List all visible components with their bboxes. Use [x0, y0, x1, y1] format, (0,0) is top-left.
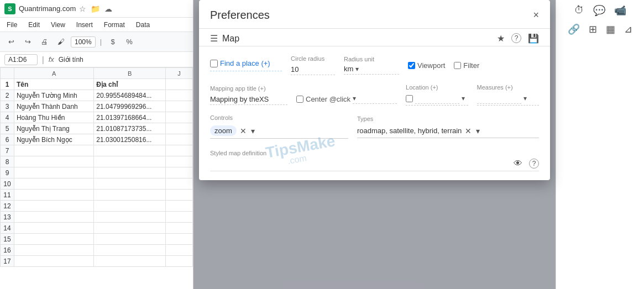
cell-j17[interactable]: [165, 256, 192, 267]
cell-j3[interactable]: [165, 101, 192, 112]
cell-b12[interactable]: [94, 201, 166, 212]
location-input[interactable]: [415, 93, 459, 104]
mapping-title-input[interactable]: [210, 94, 287, 105]
cell-j4[interactable]: [165, 112, 192, 123]
help-icon[interactable]: ?: [511, 33, 521, 43]
table-row[interactable]: 14: [1, 223, 193, 234]
table-icon[interactable]: ▦: [606, 23, 615, 35]
cell-a2[interactable]: Nguyễn Tường Minh: [14, 90, 93, 101]
cell-a17[interactable]: [14, 256, 93, 267]
cell-a9[interactable]: [14, 167, 93, 178]
filter-checkbox[interactable]: [454, 62, 461, 69]
cell-a10[interactable]: [14, 178, 93, 190]
table-row[interactable]: 12: [1, 201, 193, 212]
cell-b9[interactable]: [94, 167, 166, 178]
table-row[interactable]: 6Nguyễn Bích Ngọc21.03001250816...: [1, 134, 193, 145]
cell-a3[interactable]: Nguyễn Thành Danh: [14, 101, 93, 112]
cell-a15[interactable]: [14, 234, 93, 245]
paint-format-button[interactable]: 🖌: [54, 35, 67, 49]
table-row[interactable]: 1TênĐịa chỉ: [1, 79, 193, 90]
location-dropdown-icon[interactable]: ▾: [462, 94, 465, 102]
cell-j7[interactable]: [165, 145, 192, 156]
expand-icon[interactable]: ⊞: [589, 23, 597, 35]
table-row[interactable]: 4Hoàng Thu Hiền21.01397168664...: [1, 112, 193, 123]
table-row[interactable]: 17: [1, 256, 193, 267]
cell-b2[interactable]: 20.99554689484...: [94, 90, 166, 101]
col-header-a[interactable]: A: [14, 68, 93, 79]
save-icon[interactable]: 💾: [528, 33, 539, 44]
menu-view[interactable]: View: [49, 20, 67, 30]
cell-b8[interactable]: [94, 156, 166, 167]
table-row[interactable]: 5Nguyễn Thị Trang21.01087173735...: [1, 123, 193, 134]
measures-dropdown-icon[interactable]: ▾: [523, 94, 527, 102]
menu-format[interactable]: Format: [102, 20, 127, 30]
cell-a11[interactable]: [14, 190, 93, 201]
cell-j2[interactable]: [165, 90, 192, 101]
styled-map-input[interactable]: [210, 160, 514, 168]
cell-b16[interactable]: [94, 245, 166, 256]
cell-a1[interactable]: Tên: [14, 79, 93, 90]
table-row[interactable]: 3Nguyễn Thành Danh21.04799969296...: [1, 101, 193, 112]
find-place-checkbox[interactable]: [210, 60, 218, 67]
link-icon[interactable]: 🔗: [568, 23, 580, 35]
menu-file[interactable]: File: [4, 20, 19, 30]
cell-b15[interactable]: [94, 234, 166, 245]
cell-a16[interactable]: [14, 245, 93, 256]
history-icon[interactable]: ⏱: [574, 4, 584, 17]
video-icon[interactable]: 📹: [614, 4, 626, 17]
preview-icon[interactable]: 👁: [514, 159, 522, 169]
cell-j10[interactable]: [165, 178, 192, 190]
hamburger-icon[interactable]: ☰: [210, 33, 218, 44]
cell-a14[interactable]: [14, 223, 93, 234]
cell-b6[interactable]: 21.03001250816...: [94, 134, 166, 145]
undo-button[interactable]: ↩: [4, 35, 18, 49]
cell-a7[interactable]: [14, 145, 93, 156]
cloud-icon[interactable]: ☁: [104, 4, 112, 13]
print-button[interactable]: 🖨: [38, 35, 51, 49]
center-click-dropdown[interactable]: ▾: [353, 94, 397, 104]
col-header-b[interactable]: B: [94, 68, 166, 79]
menu-edit[interactable]: Edit: [26, 20, 42, 30]
dialog-close-button[interactable]: ×: [533, 9, 539, 21]
cell-b5[interactable]: 21.01087173735...: [94, 123, 166, 134]
currency-button[interactable]: $: [106, 35, 119, 49]
find-place-label[interactable]: Find a place (+): [220, 59, 270, 67]
table-row[interactable]: 10: [1, 178, 193, 190]
table-row[interactable]: 2Nguyễn Tường Minh20.99554689484...: [1, 90, 193, 101]
radius-unit-dropdown-icon[interactable]: ▾: [355, 65, 359, 73]
cell-b17[interactable]: [94, 256, 166, 267]
cell-reference[interactable]: A1:D6: [4, 54, 38, 65]
cell-j14[interactable]: [165, 223, 192, 234]
filter-icon[interactable]: ⊿: [624, 23, 632, 35]
cell-j11[interactable]: [165, 190, 192, 201]
cell-a5[interactable]: Nguyễn Thị Trang: [14, 123, 93, 134]
cell-b1[interactable]: Địa chỉ: [94, 79, 166, 90]
cell-j8[interactable]: [165, 156, 192, 167]
redo-button[interactable]: ↪: [21, 35, 34, 49]
types-dropdown-button[interactable]: ▾: [476, 127, 480, 135]
cell-b13[interactable]: [94, 212, 166, 223]
location-checkbox[interactable]: [406, 95, 413, 102]
cell-b11[interactable]: [94, 190, 166, 201]
cell-a4[interactable]: Hoàng Thu Hiền: [14, 112, 93, 123]
cell-b14[interactable]: [94, 223, 166, 234]
cell-b4[interactable]: 21.01397168664...: [94, 112, 166, 123]
zoom-selector[interactable]: 100%: [71, 36, 96, 48]
cell-j12[interactable]: [165, 201, 192, 212]
cell-j9[interactable]: [165, 167, 192, 178]
cell-b10[interactable]: [94, 178, 166, 190]
styled-help-icon[interactable]: ?: [529, 159, 539, 169]
percent-button[interactable]: %: [123, 35, 136, 49]
cell-a12[interactable]: [14, 201, 93, 212]
table-row[interactable]: 11: [1, 190, 193, 201]
folder-icon[interactable]: 📁: [91, 4, 100, 13]
cell-a6[interactable]: Nguyễn Bích Ngọc: [14, 134, 93, 145]
star-icon[interactable]: ★: [497, 33, 505, 44]
measures-input[interactable]: [477, 93, 521, 104]
table-row[interactable]: 9: [1, 167, 193, 178]
table-row[interactable]: 13: [1, 212, 193, 223]
table-row[interactable]: 7: [1, 145, 193, 156]
star-icon[interactable]: ☆: [79, 4, 86, 13]
circle-radius-input[interactable]: [291, 64, 335, 75]
cell-j6[interactable]: [165, 134, 192, 145]
